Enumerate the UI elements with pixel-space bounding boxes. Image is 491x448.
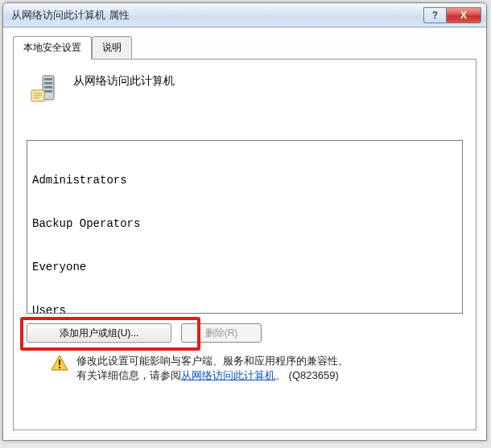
help-icon: ? [432, 10, 438, 21]
close-button[interactable]: X [446, 7, 481, 23]
server-icon [27, 72, 62, 108]
button-row: 添加用户或组(U)... 删除(R) [27, 323, 463, 343]
svg-rect-2 [44, 82, 52, 84]
window-buttons: ? X [423, 7, 481, 23]
info-line2-suffix: 。 (Q823659) [275, 369, 339, 381]
info-row: 修改此设置可能影响与客户端、服务和应用程序的兼容性。 有关详细信息，请参阅从网络… [27, 354, 463, 383]
list-item[interactable]: Administrators [32, 173, 457, 187]
svg-rect-11 [59, 367, 60, 368]
panel-heading: 从网络访问此计算机 [73, 72, 175, 88]
window-title: 从网络访问此计算机 属性 [11, 8, 423, 23]
remove-button[interactable]: 删除(R) [181, 323, 262, 343]
users-groups-listbox[interactable]: Administrators Backup Operators Everyone… [27, 140, 463, 314]
add-user-or-group-button[interactable]: 添加用户或组(U)... [27, 323, 171, 343]
titlebar[interactable]: 从网络访问此计算机 属性 ? X [3, 3, 486, 27]
info-line2-prefix: 有关详细信息，请参阅 [76, 369, 181, 381]
svg-rect-10 [59, 360, 60, 365]
info-link[interactable]: 从网络访问此计算机 [181, 369, 275, 381]
svg-rect-1 [44, 78, 52, 80]
list-item[interactable]: Everyone [32, 260, 457, 274]
properties-dialog: 从网络访问此计算机 属性 ? X 本地安全设置 说明 [2, 2, 487, 441]
close-icon: X [460, 10, 467, 21]
tabstrip: 本地安全设置 说明 [13, 36, 477, 60]
help-button[interactable]: ? [423, 7, 446, 23]
list-item[interactable]: Users [32, 303, 457, 314]
header-row: 从网络访问此计算机 [27, 72, 463, 108]
list-item[interactable]: Backup Operators [32, 216, 457, 231]
tab-description[interactable]: 说明 [92, 36, 132, 60]
client-area: 本地安全设置 说明 [3, 27, 486, 440]
tab-local-security[interactable]: 本地安全设置 [13, 36, 92, 60]
svg-rect-3 [44, 86, 52, 88]
info-line1: 修改此设置可能影响与客户端、服务和应用程序的兼容性。 [76, 355, 349, 367]
svg-rect-4 [44, 90, 52, 92]
info-text: 修改此设置可能影响与客户端、服务和应用程序的兼容性。 有关详细信息，请参阅从网络… [76, 354, 349, 383]
tab-panel: 从网络访问此计算机 Administrators Backup Operator… [13, 59, 477, 430]
warning-icon [51, 354, 68, 372]
